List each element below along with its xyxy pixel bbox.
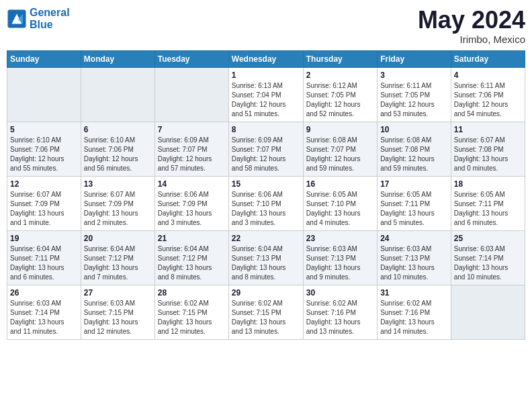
day-number: 11 [454,125,522,134]
day-info: Sunrise: 6:10 AM Sunset: 7:06 PM Dayligh… [84,136,152,173]
day-info: Sunrise: 6:08 AM Sunset: 7:08 PM Dayligh… [380,136,448,173]
day-cell: 23Sunrise: 6:03 AM Sunset: 7:13 PM Dayli… [303,230,377,285]
day-cell: 9Sunrise: 6:08 AM Sunset: 7:07 PM Daylig… [303,122,377,176]
day-info: Sunrise: 6:02 AM Sunset: 7:15 PM Dayligh… [158,299,226,336]
day-cell: 17Sunrise: 6:05 AM Sunset: 7:11 PM Dayli… [378,176,451,230]
day-number: 27 [84,288,152,298]
calendar: SundayMondayTuesdayWednesdayThursdayFrid… [7,50,525,340]
week-row-3: 12Sunrise: 6:07 AM Sunset: 7:09 PM Dayli… [7,176,525,230]
day-info: Sunrise: 6:12 AM Sunset: 7:05 PM Dayligh… [306,81,374,119]
day-info: Sunrise: 6:02 AM Sunset: 7:16 PM Dayligh… [380,299,448,336]
day-number: 22 [232,234,300,243]
day-number: 21 [158,234,226,243]
day-header-wednesday: Wednesday [228,50,303,67]
day-number: 31 [380,288,448,298]
day-info: Sunrise: 6:02 AM Sunset: 7:16 PM Dayligh… [306,299,374,336]
day-info: Sunrise: 6:10 AM Sunset: 7:06 PM Dayligh… [10,136,78,173]
day-cell: 29Sunrise: 6:02 AM Sunset: 7:15 PM Dayli… [228,285,303,339]
day-info: Sunrise: 6:03 AM Sunset: 7:14 PM Dayligh… [10,299,78,336]
day-info: Sunrise: 6:11 AM Sunset: 7:06 PM Dayligh… [454,81,522,119]
day-cell: 15Sunrise: 6:06 AM Sunset: 7:10 PM Dayli… [228,176,303,230]
day-number: 15 [232,179,300,189]
day-cell [81,67,154,122]
day-number: 28 [158,288,226,298]
day-number: 16 [306,179,374,189]
day-cell: 25Sunrise: 6:03 AM Sunset: 7:14 PM Dayli… [451,230,525,285]
day-cell: 1Sunrise: 6:13 AM Sunset: 7:04 PM Daylig… [228,67,303,122]
day-number: 1 [232,71,300,80]
day-cell: 21Sunrise: 6:04 AM Sunset: 7:12 PM Dayli… [154,230,228,285]
day-number: 4 [454,71,522,80]
day-cell: 16Sunrise: 6:05 AM Sunset: 7:10 PM Dayli… [303,176,377,230]
day-number: 25 [454,234,522,243]
day-info: Sunrise: 6:06 AM Sunset: 7:10 PM Dayligh… [232,190,300,228]
day-number: 30 [306,288,374,298]
day-info: Sunrise: 6:03 AM Sunset: 7:15 PM Dayligh… [84,299,152,336]
day-info: Sunrise: 6:07 AM Sunset: 7:09 PM Dayligh… [10,190,78,228]
day-header-friday: Friday [378,50,451,67]
day-header-sunday: Sunday [7,50,81,67]
week-row-4: 19Sunrise: 6:04 AM Sunset: 7:11 PM Dayli… [7,230,525,285]
day-cell: 26Sunrise: 6:03 AM Sunset: 7:14 PM Dayli… [7,285,81,339]
page: General Blue May 2024 Irimbo, Mexico Sun… [0,0,532,411]
day-number: 19 [10,234,78,243]
day-cell: 30Sunrise: 6:02 AM Sunset: 7:16 PM Dayli… [303,285,377,339]
day-cell: 2Sunrise: 6:12 AM Sunset: 7:05 PM Daylig… [303,67,377,122]
month-year: May 2024 [418,7,525,34]
day-cell: 10Sunrise: 6:08 AM Sunset: 7:08 PM Dayli… [378,122,451,176]
day-info: Sunrise: 6:04 AM Sunset: 7:12 PM Dayligh… [158,244,226,282]
day-info: Sunrise: 6:02 AM Sunset: 7:15 PM Dayligh… [232,299,300,336]
day-info: Sunrise: 6:11 AM Sunset: 7:05 PM Dayligh… [380,81,448,119]
logo: General Blue [7,7,70,30]
calendar-body: 1Sunrise: 6:13 AM Sunset: 7:04 PM Daylig… [7,67,525,339]
day-number: 5 [10,125,78,134]
day-info: Sunrise: 6:05 AM Sunset: 7:11 PM Dayligh… [454,190,522,228]
title-block: May 2024 Irimbo, Mexico [418,7,525,45]
day-cell: 31Sunrise: 6:02 AM Sunset: 7:16 PM Dayli… [378,285,451,339]
day-cell: 5Sunrise: 6:10 AM Sunset: 7:06 PM Daylig… [7,122,81,176]
day-cell: 27Sunrise: 6:03 AM Sunset: 7:15 PM Dayli… [81,285,154,339]
day-header-saturday: Saturday [451,50,525,67]
day-number: 18 [454,179,522,189]
day-number: 29 [232,288,300,298]
day-header-tuesday: Tuesday [154,50,228,67]
day-info: Sunrise: 6:06 AM Sunset: 7:09 PM Dayligh… [158,190,226,228]
day-number: 26 [10,288,78,298]
day-info: Sunrise: 6:03 AM Sunset: 7:14 PM Dayligh… [454,244,522,282]
day-header-thursday: Thursday [303,50,377,67]
day-cell: 3Sunrise: 6:11 AM Sunset: 7:05 PM Daylig… [378,67,451,122]
day-info: Sunrise: 6:04 AM Sunset: 7:13 PM Dayligh… [232,244,300,282]
day-info: Sunrise: 6:07 AM Sunset: 7:09 PM Dayligh… [84,190,152,228]
day-number: 24 [380,234,448,243]
day-cell: 13Sunrise: 6:07 AM Sunset: 7:09 PM Dayli… [81,176,154,230]
day-info: Sunrise: 6:08 AM Sunset: 7:07 PM Dayligh… [306,136,374,173]
day-number: 7 [158,125,226,134]
day-cell: 24Sunrise: 6:03 AM Sunset: 7:13 PM Dayli… [378,230,451,285]
day-number: 20 [84,234,152,243]
day-info: Sunrise: 6:13 AM Sunset: 7:04 PM Dayligh… [232,81,300,119]
calendar-header: SundayMondayTuesdayWednesdayThursdayFrid… [7,50,525,67]
day-number: 13 [84,179,152,189]
header: General Blue May 2024 Irimbo, Mexico [7,7,525,45]
logo-text: General Blue [30,7,70,30]
day-info: Sunrise: 6:03 AM Sunset: 7:13 PM Dayligh… [380,244,448,282]
day-header-monday: Monday [81,50,154,67]
day-cell [451,285,525,339]
day-number: 14 [158,179,226,189]
day-number: 9 [306,125,374,134]
day-info: Sunrise: 6:05 AM Sunset: 7:11 PM Dayligh… [380,190,448,228]
day-cell: 20Sunrise: 6:04 AM Sunset: 7:12 PM Dayli… [81,230,154,285]
day-cell: 18Sunrise: 6:05 AM Sunset: 7:11 PM Dayli… [451,176,525,230]
day-info: Sunrise: 6:09 AM Sunset: 7:07 PM Dayligh… [232,136,300,173]
day-cell: 4Sunrise: 6:11 AM Sunset: 7:06 PM Daylig… [451,67,525,122]
day-cell: 7Sunrise: 6:09 AM Sunset: 7:07 PM Daylig… [154,122,228,176]
day-info: Sunrise: 6:09 AM Sunset: 7:07 PM Dayligh… [158,136,226,173]
day-cell: 6Sunrise: 6:10 AM Sunset: 7:06 PM Daylig… [81,122,154,176]
header-row: SundayMondayTuesdayWednesdayThursdayFrid… [7,50,525,67]
week-row-2: 5Sunrise: 6:10 AM Sunset: 7:06 PM Daylig… [7,122,525,176]
day-number: 10 [380,125,448,134]
day-cell: 8Sunrise: 6:09 AM Sunset: 7:07 PM Daylig… [228,122,303,176]
day-info: Sunrise: 6:04 AM Sunset: 7:11 PM Dayligh… [10,244,78,282]
day-info: Sunrise: 6:03 AM Sunset: 7:13 PM Dayligh… [306,244,374,282]
day-cell: 11Sunrise: 6:07 AM Sunset: 7:08 PM Dayli… [451,122,525,176]
